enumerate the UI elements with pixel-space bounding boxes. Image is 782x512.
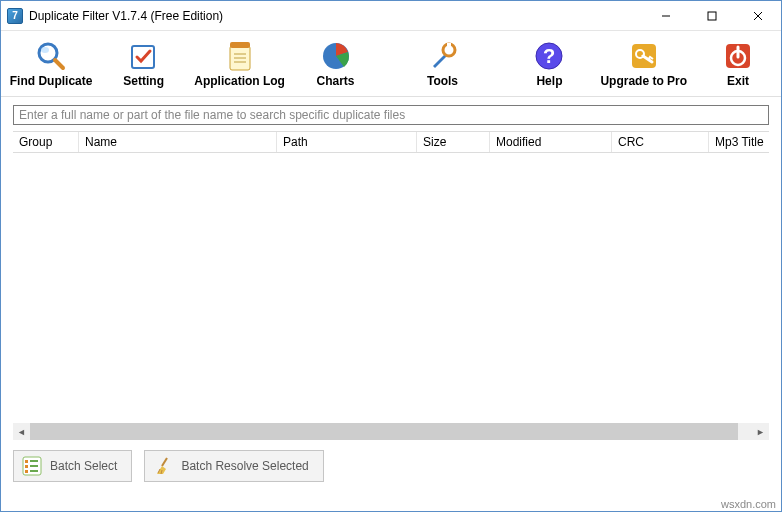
maximize-icon [707, 11, 717, 21]
help-icon: ? [533, 40, 565, 72]
search-input[interactable] [13, 105, 769, 125]
minimize-button[interactable] [643, 1, 689, 31]
col-mp3title[interactable]: Mp3 Title [709, 132, 769, 152]
batch-select-button[interactable]: Batch Select [13, 450, 132, 482]
close-icon [753, 11, 763, 21]
help-button[interactable]: ? Help [514, 35, 584, 93]
svg-rect-1 [708, 12, 716, 20]
minimize-icon [661, 11, 671, 21]
col-name[interactable]: Name [79, 132, 277, 152]
window-title: Duplicate Filter V1.7.4 (Free Edition) [29, 9, 223, 23]
tools-button[interactable]: Tools [408, 35, 478, 93]
help-label: Help [536, 74, 562, 88]
exit-icon [722, 40, 754, 72]
results-grid: Group Name Path Size Modified CRC Mp3 Ti… [1, 131, 781, 421]
scroll-left-button[interactable]: ◄ [13, 423, 30, 440]
charts-label: Charts [317, 74, 355, 88]
application-log-label: Application Log [194, 74, 285, 88]
titlebar: 7 Duplicate Filter V1.7.4 (Free Edition) [1, 1, 781, 31]
broom-icon [153, 456, 173, 476]
magnifier-icon [35, 40, 67, 72]
tools-icon [427, 40, 459, 72]
svg-rect-15 [447, 43, 451, 49]
svg-rect-24 [25, 460, 28, 463]
batch-select-label: Batch Select [50, 459, 117, 473]
svg-text:?: ? [543, 45, 555, 67]
col-path[interactable]: Path [277, 132, 417, 152]
window-controls [643, 1, 781, 31]
scroll-track[interactable] [30, 423, 752, 440]
col-group[interactable]: Group [13, 132, 79, 152]
batch-resolve-button[interactable]: Batch Resolve Selected [144, 450, 323, 482]
upgrade-icon [628, 40, 660, 72]
upgrade-button[interactable]: Upgrade to Pro [600, 35, 687, 93]
exit-label: Exit [727, 74, 749, 88]
col-crc[interactable]: CRC [612, 132, 709, 152]
upgrade-label: Upgrade to Pro [600, 74, 687, 88]
find-duplicate-label: Find Duplicate [10, 74, 93, 88]
svg-line-6 [55, 60, 63, 68]
tools-label: Tools [427, 74, 458, 88]
application-log-button[interactable]: Application Log [194, 35, 285, 93]
exit-button[interactable]: Exit [703, 35, 773, 93]
svg-rect-26 [25, 470, 28, 473]
log-icon [224, 40, 256, 72]
list-check-icon [22, 456, 42, 476]
grid-header: Group Name Path Size Modified CRC Mp3 Ti… [13, 131, 769, 153]
search-row [1, 97, 781, 131]
svg-line-30 [162, 458, 167, 466]
col-modified[interactable]: Modified [490, 132, 612, 152]
col-size[interactable]: Size [417, 132, 490, 152]
grid-body[interactable] [13, 153, 769, 421]
watermark: wsxdn.com [721, 498, 776, 510]
svg-rect-25 [25, 465, 28, 468]
scroll-right-button[interactable]: ► [752, 423, 769, 440]
setting-icon [128, 40, 160, 72]
app-icon: 7 [7, 8, 23, 24]
scroll-thumb[interactable] [30, 423, 738, 440]
setting-label: Setting [123, 74, 164, 88]
pie-chart-icon [320, 40, 352, 72]
bottom-bar: Batch Select Batch Resolve Selected [1, 440, 781, 492]
svg-point-5 [41, 47, 49, 53]
close-button[interactable] [735, 1, 781, 31]
charts-button[interactable]: Charts [301, 35, 371, 93]
setting-button[interactable]: Setting [109, 35, 179, 93]
maximize-button[interactable] [689, 1, 735, 31]
svg-rect-9 [230, 42, 250, 48]
main-toolbar: Find Duplicate Setting Application Log C… [1, 31, 781, 97]
batch-resolve-label: Batch Resolve Selected [181, 459, 308, 473]
horizontal-scrollbar[interactable]: ◄ ► [13, 423, 769, 440]
find-duplicate-button[interactable]: Find Duplicate [9, 35, 93, 93]
